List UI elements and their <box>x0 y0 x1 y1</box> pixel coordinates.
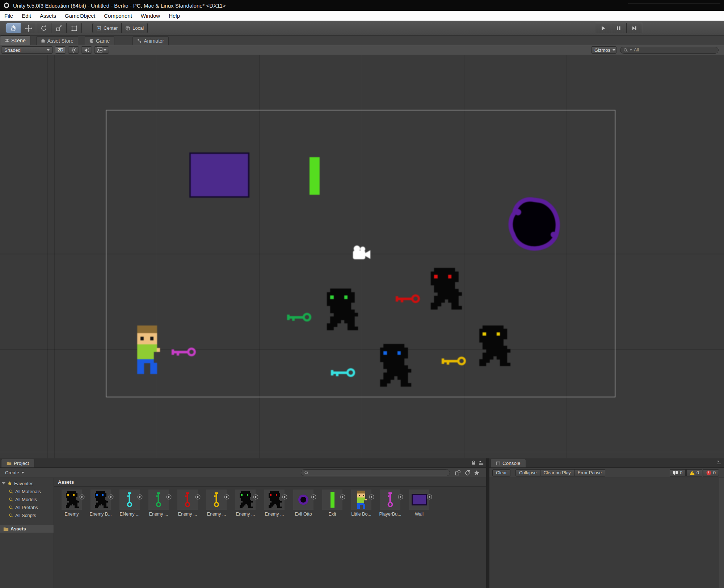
enemy-green[interactable] <box>323 289 358 330</box>
tab-scene[interactable]: Scene <box>0 35 30 45</box>
menu-gameobject[interactable]: GameObject <box>60 11 100 21</box>
evil-otto[interactable] <box>508 196 561 252</box>
asset-item[interactable]: Enemy B... <box>86 490 115 517</box>
audio-toggle-button[interactable] <box>81 46 92 54</box>
asset-item[interactable]: Exit <box>318 490 347 517</box>
prefab-arrow-icon[interactable] <box>108 494 114 500</box>
asset-item[interactable]: Little Bo... <box>347 490 376 517</box>
play-button[interactable] <box>595 23 611 33</box>
favorites-item-all-models[interactable]: All Models <box>0 495 54 503</box>
prefab-arrow-icon[interactable] <box>398 494 403 500</box>
gun-cyan[interactable] <box>330 367 356 378</box>
panel-divider[interactable] <box>486 458 489 588</box>
warning-count-toggle[interactable]: 0 <box>686 469 702 476</box>
gun-red[interactable] <box>395 293 421 304</box>
panel-menu-icon[interactable] <box>479 461 484 465</box>
player[interactable] <box>134 326 160 374</box>
tab-animator[interactable]: Animator <box>132 36 169 45</box>
asset-thumbnail[interactable] <box>351 490 371 510</box>
info-count-toggle[interactable]: 0 <box>670 469 686 476</box>
project-search-input[interactable] <box>311 470 447 475</box>
prefab-arrow-icon[interactable] <box>282 494 287 500</box>
prefab-arrow-icon[interactable] <box>166 494 172 500</box>
project-search-field[interactable] <box>301 469 450 476</box>
main-camera-gizmo[interactable] <box>351 245 372 263</box>
tab-console[interactable]: Console <box>491 459 526 467</box>
error-pause-button[interactable]: Error Pause <box>574 469 606 476</box>
exit[interactable] <box>310 157 320 195</box>
prefab-arrow-icon[interactable] <box>195 494 201 500</box>
asset-thumbnail[interactable] <box>206 490 227 510</box>
panel-menu-icon[interactable] <box>716 460 722 465</box>
enemy-red[interactable] <box>427 268 462 310</box>
prefab-arrow-icon[interactable] <box>369 494 374 500</box>
gun-green[interactable] <box>286 312 312 323</box>
asset-thumbnail[interactable] <box>177 490 198 510</box>
search-by-label-icon[interactable] <box>464 470 470 476</box>
rotate-tool-button[interactable] <box>36 23 51 33</box>
asset-thumbnail[interactable] <box>409 490 429 510</box>
lock-icon[interactable] <box>471 460 476 465</box>
prefab-arrow-icon[interactable] <box>79 494 85 500</box>
wall[interactable] <box>189 152 249 198</box>
assets-root-folder[interactable]: Assets <box>0 525 54 533</box>
prefab-arrow-icon[interactable] <box>137 494 143 500</box>
prefab-arrow-icon[interactable] <box>253 494 258 500</box>
gizmos-dropdown[interactable]: Gizmos <box>591 46 616 54</box>
asset-thumbnail[interactable] <box>90 490 111 510</box>
move-tool-button[interactable] <box>21 23 36 33</box>
gun-yellow[interactable] <box>441 356 467 366</box>
2d-toggle-button[interactable]: 2D <box>55 46 66 54</box>
console-log-area[interactable] <box>489 478 724 588</box>
asset-thumbnail[interactable] <box>148 490 169 510</box>
favorites-item-all-materials[interactable]: All Materials <box>0 487 54 495</box>
prefab-arrow-icon[interactable] <box>427 494 432 500</box>
asset-thumbnail[interactable] <box>322 490 342 510</box>
prefab-arrow-icon[interactable] <box>340 494 345 500</box>
pivot-mode-button[interactable]: Center <box>92 23 122 33</box>
scene-search-field[interactable]: All <box>620 47 719 54</box>
menu-file[interactable]: File <box>0 11 17 21</box>
favorites-header[interactable]: Favorites <box>0 479 54 487</box>
pause-button[interactable] <box>611 23 627 33</box>
lighting-toggle-button[interactable] <box>68 46 79 54</box>
asset-item[interactable]: PlayerBu... <box>376 490 405 517</box>
foldout-triangle-icon[interactable] <box>2 482 5 484</box>
scene-view[interactable] <box>0 55 724 458</box>
menu-component[interactable]: Component <box>100 11 136 21</box>
tab-game[interactable]: Game <box>85 36 114 45</box>
clear-button[interactable]: Clear <box>492 469 510 476</box>
asset-item[interactable]: Enemy ... <box>173 490 202 517</box>
effects-dropdown-button[interactable] <box>94 46 109 54</box>
enemy-blue[interactable] <box>376 344 411 387</box>
asset-thumbnail[interactable] <box>380 490 400 510</box>
tab-project[interactable]: Project <box>1 459 34 467</box>
asset-thumbnail[interactable] <box>62 490 82 510</box>
asset-thumbnail[interactable] <box>119 490 140 510</box>
asset-item[interactable]: Enemy ... <box>260 490 289 517</box>
enemy-yellow[interactable] <box>476 326 510 366</box>
menu-help[interactable]: Help <box>164 11 184 21</box>
favorites-item-all-prefabs[interactable]: All Prefabs <box>0 503 54 511</box>
prefab-arrow-icon[interactable] <box>311 494 316 500</box>
menu-assets[interactable]: Assets <box>35 11 60 21</box>
shading-mode-dropdown[interactable]: Shaded <box>1 46 53 54</box>
asset-item[interactable]: Enemy ... <box>202 490 231 517</box>
pivot-rotation-button[interactable]: Local <box>122 23 148 33</box>
prefab-arrow-icon[interactable] <box>224 494 230 500</box>
asset-item[interactable]: Enemy ... <box>231 490 260 517</box>
favorite-star-icon[interactable] <box>474 470 480 476</box>
asset-thumbnail[interactable] <box>293 490 313 510</box>
search-by-type-icon[interactable] <box>455 470 461 476</box>
error-count-toggle[interactable]: 0 <box>703 469 719 476</box>
tab-asset-store[interactable]: Asset Store <box>36 36 78 45</box>
favorites-item-all-scripts[interactable]: All Scripts <box>0 511 54 519</box>
scale-tool-button[interactable] <box>51 23 67 33</box>
asset-item[interactable]: Enemy <box>57 490 86 517</box>
asset-item[interactable]: Evil Otto <box>289 490 318 517</box>
window-title-bar[interactable]: Unity 5.5.0f3 Education (64bit) - Untitl… <box>0 0 724 11</box>
collapse-button[interactable]: Collapse <box>515 469 540 476</box>
asset-item[interactable]: Enemy ... <box>144 490 173 517</box>
asset-thumbnail[interactable] <box>235 490 256 510</box>
step-button[interactable] <box>627 23 642 33</box>
